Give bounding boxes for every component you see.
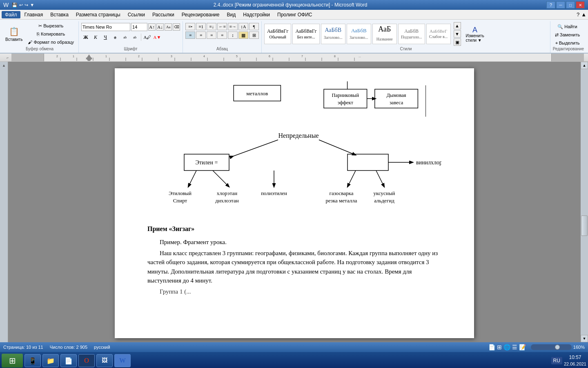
menu-addins[interactable]: Надстройки [240,11,273,18]
zoom-thumb[interactable] [555,345,560,350]
scroll-thumb[interactable] [581,215,588,236]
menu-view[interactable]: Вид [223,11,239,18]
taskbar-word[interactable]: W [114,354,131,367]
font-name-input[interactable] [81,23,130,31]
clear-format-btn[interactable]: ⌫ [173,23,180,31]
svg-text:Непредельные: Непредельные [278,132,318,139]
taskbar-photo[interactable]: 🖼 [96,354,113,367]
find-button[interactable]: 🔍 Найти [553,23,582,30]
zoom-slider[interactable] [531,344,572,350]
align-left-btn[interactable]: ≡ [185,31,195,39]
style-heading1[interactable]: АаБбВЗаголово... [321,24,345,44]
show-marks-btn[interactable]: ¶ [249,23,259,30]
select-button[interactable]: ⌖ Выделить [553,39,582,47]
font-aa-btn[interactable]: Aa [165,23,172,31]
align-right-btn[interactable]: ≡ [207,31,216,39]
subscript-button[interactable]: ab [120,33,129,41]
menu-page-layout[interactable]: Разметка страницы [73,11,124,18]
menu-mailings[interactable]: Рассылки [149,11,178,18]
menu-prooling[interactable]: Пролинг ОФИС [274,11,316,18]
numbering-btn[interactable]: ≡1 [196,23,206,30]
superscript-button[interactable]: ab [130,33,139,41]
styles-scroll-down[interactable]: ▼ [454,30,461,38]
maximize-btn[interactable]: □ [566,1,575,9]
paragraph-3-partial: Группа 1 (... [147,287,441,296]
styles-scroll-up[interactable]: ▲ [454,22,461,29]
highlight-btn[interactable]: A🖊 [143,33,152,41]
ruler-corner[interactable]: ⌐ [4,56,11,60]
quick-save[interactable]: 💾 [12,2,18,8]
paste-button[interactable]: 📋 Вставить [3,22,24,45]
decrease-font-btn[interactable]: A↓ [156,23,164,31]
change-styles-btn[interactable]: A [464,26,486,34]
menu-review[interactable]: Рецензирование [178,11,223,18]
align-center-btn[interactable]: ≡ [196,31,206,39]
view-print[interactable]: 📄 [488,344,495,350]
menu-home[interactable]: Главная [21,11,47,18]
menu-insert[interactable]: Вставка [47,11,72,18]
scroll-track[interactable] [581,69,588,335]
taskbar-files[interactable]: 📁 [42,354,59,367]
underline-button[interactable]: Ч [101,33,110,41]
taskbar-docs[interactable]: 📄 [60,354,77,367]
svg-text:Спирт: Спирт [173,197,187,204]
view-draft[interactable]: 📝 [519,344,526,350]
menu-file[interactable]: Файл [2,11,20,18]
svg-text:дихлоэтан: дихлоэтан [215,197,238,204]
shading-btn[interactable]: ▦ [238,31,248,39]
svg-text:3: 3 [171,55,172,58]
style-no-spacing[interactable]: АаБбВвГгБез инте... [292,24,319,44]
strikethrough-button[interactable]: a [111,33,120,41]
menu-references[interactable]: Ссылки [125,11,148,18]
style-subtle-emphasis[interactable]: АаБбВеГСлабое в... [426,24,451,44]
left-scroll-up[interactable]: ▲ [2,63,6,67]
svg-text:...: ... [359,55,361,58]
increase-indent-btn[interactable]: ≡→ [228,23,238,30]
borders-btn[interactable]: ⊞ [249,31,259,39]
group-font: A↑ A↓ Aa ⌫ Ж К Ч a ab ab A🖊 A▼ Шрифт [80,21,183,53]
decrease-indent-btn[interactable]: ←≡ [217,23,227,30]
svg-text:эффект: эффект [338,100,354,105]
align-justify-btn[interactable]: ≡ [217,31,227,39]
style-subtitle[interactable]: АаБбВПодзаголо... [398,24,425,44]
view-fullscreen[interactable]: ⊞ [497,344,502,350]
bullets-btn[interactable]: ≡• [185,23,195,30]
taskbar-opera[interactable]: O [78,354,95,367]
italic-button[interactable]: К [91,33,100,41]
style-title[interactable]: АаБНазвание [372,24,397,44]
style-normal[interactable]: АаБбВвГгОбычный [264,24,291,44]
view-web[interactable]: 🌐 [503,344,510,350]
copy-button[interactable]: ⎘ Копировать [26,30,76,38]
ribbon-minimize-icon[interactable]: ▲ [581,11,586,18]
scroll-down-btn[interactable]: ▼ [581,335,588,342]
close-btn[interactable]: ✕ [576,1,585,9]
scroll-up-btn[interactable]: ▲ [581,62,588,69]
bold-button[interactable]: Ж [81,33,90,41]
quick-redo[interactable]: ↪ [24,2,28,8]
ribbon-help-icon[interactable]: ? [577,11,579,18]
font-color-btn[interactable]: A▼ [153,33,162,41]
quick-customize[interactable]: ▼ [30,2,34,7]
minimize-btn[interactable]: ─ [556,1,565,9]
view-outline[interactable]: ☰ [512,344,517,350]
increase-font-btn[interactable]: A↑ [148,23,156,31]
start-button[interactable]: ⊞ [2,354,23,368]
line-spacing-btn[interactable]: ↕ [228,31,238,39]
format-painter-button[interactable]: 🖌 Формат по образцу [26,38,76,46]
font-size-input[interactable] [131,23,147,31]
document-scroll-area[interactable]: металлов Парниковый эффект Дымовая завес… [8,62,581,342]
change-styles-label[interactable]: Изменитьстили ▼ [464,34,486,42]
replace-button[interactable]: ⇄ Заменить [553,31,582,38]
sort-btn[interactable]: ↕A [238,23,248,30]
style-heading2[interactable]: АаБбВЗаголово... [347,24,371,44]
tray-clock[interactable]: 10:57 22.06.2021 [564,355,586,367]
taskbar-viber[interactable]: 📱 [24,354,41,367]
styles-more[interactable]: ▣ [454,38,461,46]
multilevel-btn[interactable]: ≡↓ [207,23,216,30]
cut-button[interactable]: ✂ Вырезать [26,22,76,29]
help-btn[interactable]: ? [546,1,555,9]
tray-lang[interactable]: RU [551,357,562,364]
font-label: Шрифт [124,47,138,52]
format-controls-row: Ж К Ч a ab ab A🖊 A▼ [81,33,180,41]
quick-undo[interactable]: ↩ [19,2,23,8]
